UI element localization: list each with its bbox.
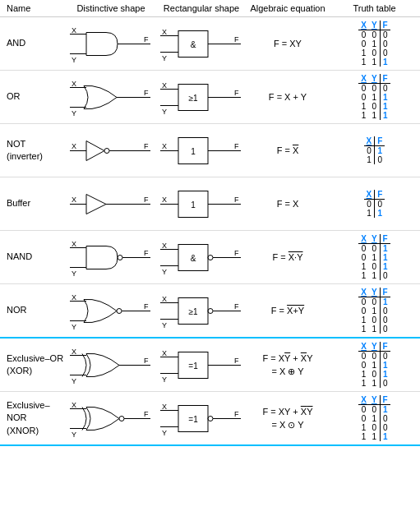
gate-rectangular-xor: XY=1F [156,343,247,388]
gate-row-xor: Exclusive–OR(XOR) XYF XY=1F F = XY + XY=… [0,338,420,392]
gate-distinctive-nand: XYF [66,235,156,280]
svg-text:X: X [162,195,167,203]
svg-text:F: F [234,35,239,43]
gate-truth-and: XYF000010100111 [329,21,420,67]
svg-text:X: X [162,141,167,150]
gate-distinctive-or: XYF [66,75,156,120]
gate-algebraic-nor: F = X+Y [247,304,329,318]
svg-text:&: & [191,253,196,262]
svg-point-82 [208,308,213,313]
svg-text:F: F [144,356,149,364]
svg-text:X: X [162,81,167,89]
gate-distinctive-and: XYF [66,21,156,67]
gate-truth-xor: XYF000011101110 [329,342,420,388]
gate-name-xor: Exclusive–OR(XOR) [0,352,66,378]
svg-text:≥1: ≥1 [188,93,197,102]
svg-text:1: 1 [191,146,196,155]
gate-truth-nand: XYF001011101110 [329,234,420,280]
svg-text:X: X [72,347,76,355]
gate-name-xnor: Exclusive–NOR(XNOR) [0,399,66,437]
svg-marker-31 [86,140,104,160]
gate-rectangular-nand: XY&F [156,235,247,280]
svg-text:X: X [72,79,76,87]
gates-container: AND XYF XY&F F = XY XYF000010100111 OR X… [0,17,420,446]
gate-name-nand: NAND [0,251,66,263]
svg-text:X: X [72,400,76,408]
gate-truth-not: XF0110 [329,136,420,164]
header-rectangular: Rectangular shape [156,3,247,13]
svg-text:F: F [234,356,239,364]
gate-rectangular-or: XY≥1F [156,75,247,120]
svg-text:Y: Y [72,376,76,385]
gate-distinctive-xnor: XYF [66,396,156,441]
svg-text:Y: Y [162,107,167,115]
gate-rectangular-nor: XY≥1F [156,288,247,334]
gate-name-not: NOT(inverter) [0,138,66,163]
svg-text:=1: =1 [188,361,198,370]
svg-text:F: F [144,409,149,417]
svg-text:Y: Y [72,430,76,438]
svg-point-73 [117,308,122,313]
header-row: Name Distinctive shape Rectangular shape… [0,0,420,17]
svg-text:X: X [72,239,76,247]
svg-text:X: X [162,402,167,410]
gate-row-buffer: Buffer XF X1F F = X XF0011 [0,177,420,231]
svg-text:F: F [144,88,149,96]
gate-name-buffer: Buffer [0,197,66,210]
svg-text:Y: Y [162,320,167,329]
main-table: Name Distinctive shape Rectangular shape… [0,0,420,446]
gate-algebraic-xor: F = XY + XY= X ⊕ Y [247,352,329,379]
gate-distinctive-not: XF [66,132,156,169]
svg-point-112 [208,416,213,421]
svg-text:F: F [234,88,239,96]
header-distinctive: Distinctive shape [66,3,156,13]
svg-text:F: F [234,248,239,256]
gate-algebraic-nand: F = X·Y [247,251,329,265]
svg-text:=1: =1 [188,414,198,423]
svg-text:X: X [72,141,76,150]
gate-distinctive-nor: XYF [66,288,156,334]
gate-algebraic-and: F = XY [247,37,329,51]
gate-row-or: OR XYF XY≥1F F = X + Y XYF000011101111 [0,71,420,124]
gate-row-xnor: Exclusive–NOR(XNOR) XYF XY=1F F = XY + X… [0,392,420,446]
svg-text:X: X [162,27,167,35]
gate-row-nor: NOR XYF XY≥1F F = X+Y XYF001010100110 [0,284,420,338]
svg-text:F: F [144,195,149,203]
gate-algebraic-buffer: F = X [247,197,329,211]
svg-text:Y: Y [162,428,167,436]
svg-text:X: X [72,195,76,203]
svg-text:X: X [162,348,167,357]
gate-algebraic-not: F = X [247,144,329,158]
svg-text:≥1: ≥1 [188,306,197,315]
svg-text:Y: Y [72,108,76,117]
svg-text:F: F [144,302,149,310]
header-truth: Truth table [329,3,420,13]
svg-point-56 [118,255,122,260]
svg-text:X: X [72,292,76,301]
gate-distinctive-xor: XYF [66,343,156,388]
svg-text:Y: Y [72,55,76,63]
gate-algebraic-xnor: F = XY + XY= X ⊙ Y [247,405,329,432]
svg-text:X: X [162,241,167,249]
svg-text:F: F [234,195,239,203]
gate-row-and: AND XYF XY&F F = XY XYF000010100111 [0,17,420,71]
svg-point-65 [208,255,213,260]
svg-marker-43 [86,194,106,214]
svg-text:Y: Y [72,322,76,330]
svg-text:1: 1 [191,200,196,209]
gate-row-nand: NAND XYF XY&F F = X·Y XYF001011101110 [0,231,420,284]
svg-text:X: X [162,294,167,302]
gate-rectangular-not: X1F [156,132,247,169]
gate-name-and: AND [0,37,66,49]
svg-text:F: F [234,409,239,417]
svg-text:&: & [191,39,196,48]
gate-distinctive-buffer: XF [66,186,156,223]
gate-name-nor: NOR [0,304,66,316]
svg-text:Y: Y [162,53,167,62]
svg-text:Y: Y [72,269,76,277]
svg-text:Y: Y [162,375,167,383]
gate-name-or: OR [0,90,66,103]
svg-text:F: F [234,302,239,310]
svg-text:X: X [72,25,76,34]
gate-algebraic-or: F = X + Y [247,90,329,104]
